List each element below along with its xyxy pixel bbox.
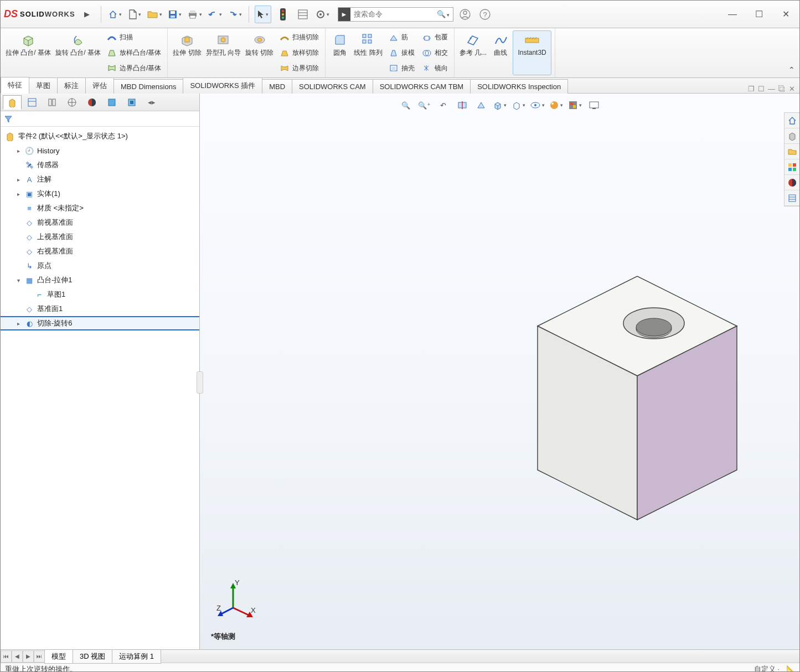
user-icon[interactable] [457,6,473,23]
close-button[interactable]: ✕ [775,6,796,23]
bottom-tab-motion[interactable]: 运动算例 1 [112,649,161,664]
status-custom[interactable]: 自定义 · [754,664,780,673]
tab-addins[interactable]: SOLIDWORKS 插件 [183,77,262,94]
intersect-button[interactable]: 相交 [419,46,451,60]
loft-cut-button[interactable]: 放样切除 [276,46,322,60]
tree-item[interactable]: ▸A注解 [1,172,199,187]
taskpane-appearance-icon[interactable] [784,175,799,190]
search-box[interactable]: ▸ 🔍 [338,7,453,22]
view-settings-icon[interactable] [586,98,602,112]
tree-item[interactable]: ▾▦凸台-拉伸1 [1,273,199,287]
home-button[interactable] [107,6,123,23]
revolve-boss-button[interactable]: 旋转 凸台/ 基体 [54,30,102,75]
nav-next-icon[interactable]: ▶ [23,650,34,663]
select-button[interactable] [255,6,271,23]
redo-button[interactable] [226,6,243,23]
bottom-tab-model[interactable]: 模型 [44,649,73,664]
traffic-icon[interactable] [275,6,291,23]
tab-cam-tbm[interactable]: SOLIDWORKS CAM TBM [373,79,471,94]
tree-item[interactable]: ⌐草图1 [1,287,199,302]
search-icon[interactable]: 🔍 [433,10,453,18]
prev-view-icon[interactable]: ↶ [435,98,452,112]
view-orientation-icon[interactable] [492,98,508,112]
more-tab[interactable]: ◂▸ [142,95,161,110]
boundary-cut-button[interactable]: 边界切除 [276,61,322,75]
extrude-boss-button[interactable]: 拉伸 凸台/ 基体 [4,30,53,75]
graphics-viewport[interactable]: 🔍 🔍⁺ ↶ Y [200,94,799,649]
doc-restore-icon[interactable]: ❐ [748,85,755,93]
settings-button[interactable] [314,6,331,23]
dynamic-section-icon[interactable] [473,98,489,112]
display-tab[interactable] [82,95,101,110]
status-ruler-icon[interactable]: 📐 [786,665,795,672]
tab-mbd[interactable]: MBD [262,79,292,94]
taskpane-resources-icon[interactable] [784,128,799,144]
tab-cam[interactable]: SOLIDWORKS CAM [292,79,373,94]
taskpane-home-icon[interactable] [784,113,799,128]
linear-pattern-button[interactable]: 线性 阵列 [352,30,384,75]
save-button[interactable] [167,6,183,23]
section-view-icon[interactable] [454,98,471,112]
render-tab[interactable] [122,95,141,110]
tab-sketch[interactable]: 草图 [29,77,58,94]
apply-scene-icon[interactable] [567,98,584,112]
config-tab[interactable] [43,95,61,110]
sweep-button[interactable]: 扫描 [104,30,164,45]
new-button[interactable] [127,6,143,23]
tree-item[interactable]: ◇上视基准面 [1,230,199,244]
minimize-button[interactable]: — [722,6,743,23]
mirror-button[interactable]: 镜向 [419,61,451,75]
taskpane-library-icon[interactable] [784,144,799,159]
layout-icon[interactable] [295,6,311,23]
loft-button[interactable]: 放样凸台/基体 [104,46,164,60]
tree-item[interactable]: ≡材质 <未指定> [1,201,199,215]
rib-button[interactable]: 筋 [385,30,417,45]
zoom-area-icon[interactable]: 🔍⁺ [416,98,433,112]
tree-item[interactable]: ◇前视基准面 [1,215,199,230]
hole-wizard-button[interactable]: 异型孔 向导 [204,30,242,75]
help-icon[interactable]: ? [477,6,493,23]
doc-popout-icon[interactable]: ⿻ [778,85,786,93]
shell-button[interactable]: 抽壳 [385,61,417,75]
edit-appearance-icon[interactable] [548,98,565,112]
tree-item[interactable]: 🛰传感器 [1,158,199,172]
maximize-button[interactable]: ☐ [749,6,770,23]
instant3d-button[interactable]: Instant3D [513,30,551,75]
revolve-cut-button[interactable]: 旋转 切除 [244,30,275,75]
property-tab[interactable] [23,95,42,110]
zoom-fit-icon[interactable]: 🔍 [398,98,414,112]
tree-root[interactable]: 零件2 (默认<<默认>_显示状态 1>) [1,129,199,143]
tab-inspection[interactable]: SOLIDWORKS Inspection [470,79,568,94]
fillet-button[interactable]: 圆角 [329,30,351,75]
doc-min-icon[interactable]: — [768,85,775,93]
boundary-button[interactable]: 边界凸台/基体 [104,61,164,75]
tab-annotate[interactable]: 标注 [57,77,86,94]
taskpane-custom-props-icon[interactable] [784,190,799,206]
ref-geom-button[interactable]: 参考 几... [458,30,488,75]
draft-button[interactable]: 拔模 [385,46,417,60]
tree-item[interactable]: ◇基准面1 [1,302,199,316]
appearance-tab[interactable] [102,95,121,110]
tree-item[interactable]: ▸▣实体(1) [1,187,199,201]
tree-item[interactable]: ↳原点 [1,259,199,273]
hide-show-icon[interactable] [529,98,546,112]
tab-evaluate[interactable]: 评估 [85,77,114,94]
nav-first-icon[interactable]: ⏮ [1,650,12,663]
sweep-cut-button[interactable]: 扫描切除 [276,30,322,45]
play-icon[interactable]: ▶ [79,6,95,23]
wrap-button[interactable]: 包覆 [419,30,451,45]
undo-button[interactable] [207,6,223,23]
tab-mbd-dim[interactable]: MBD Dimensions [113,79,183,94]
fm-tree-tab[interactable] [3,95,22,110]
tree-item[interactable]: ◇右视基准面 [1,244,199,259]
open-button[interactable] [147,6,163,23]
curves-button[interactable]: 曲线 [489,30,512,75]
extrude-cut-button[interactable]: 拉伸 切除 [171,30,203,75]
tree-item[interactable]: ▸◐切除-旋转6 [1,316,199,330]
tab-features[interactable]: 特征 [1,77,29,94]
nav-last-icon[interactable]: ⏭ [34,650,45,663]
tree-filter[interactable] [1,111,199,127]
bottom-tab-3dview[interactable]: 3D 视图 [73,649,112,664]
search-input[interactable] [350,10,433,18]
splitter-handle[interactable] [197,371,203,394]
